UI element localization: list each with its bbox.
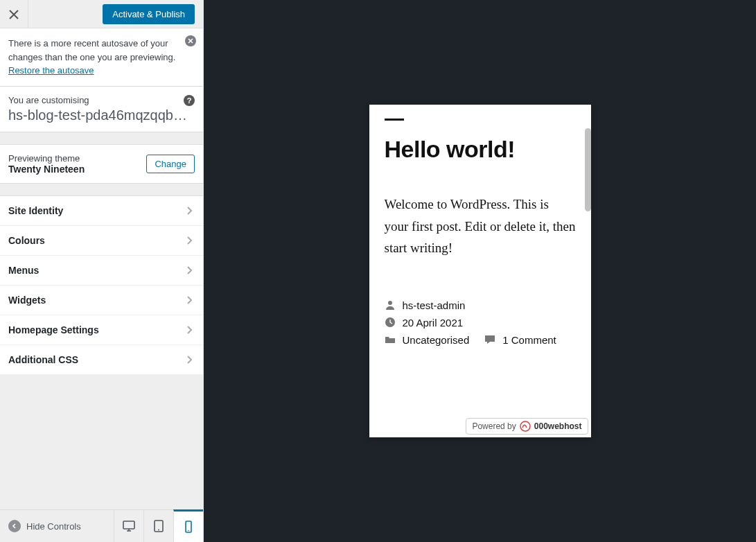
svg-point-7 xyxy=(188,530,189,531)
powered-label: Powered by xyxy=(472,421,516,431)
panel-colours[interactable]: Colours xyxy=(0,226,203,256)
dismiss-notice-button[interactable] xyxy=(185,35,196,51)
panel-widgets[interactable]: Widgets xyxy=(0,286,203,315)
customising-info: ? You are customising hs-blog-test-pda46… xyxy=(0,87,203,132)
theme-name: Twenty Nineteen xyxy=(8,164,85,175)
panel-menus[interactable]: Menus xyxy=(0,256,203,286)
dismiss-icon xyxy=(185,35,196,46)
restore-autosave-link[interactable]: Restore the autosave xyxy=(8,65,94,76)
comments-link[interactable]: 1 Comment xyxy=(502,334,556,346)
device-mobile-button[interactable] xyxy=(173,509,203,542)
device-toggle xyxy=(114,510,203,543)
svg-point-5 xyxy=(158,530,159,531)
panel-label: Additional CSS xyxy=(8,354,78,365)
autosave-notice: There is a more recent autosave of your … xyxy=(0,28,203,87)
clock-icon xyxy=(385,317,396,328)
activate-publish-button[interactable]: Activate & Publish xyxy=(103,4,195,24)
meta-date: 20 April 2021 xyxy=(385,317,576,329)
chevron-right-icon xyxy=(185,236,195,245)
powered-brand: 000webhost xyxy=(534,421,582,431)
scrollbar[interactable] xyxy=(585,128,591,211)
webhost-logo-icon xyxy=(520,421,531,432)
post-meta: hs-test-admin 20 April 2021 Uncategorise… xyxy=(385,299,576,346)
panel-label: Menus xyxy=(8,265,39,276)
site-name: hs-blog-test-pda46mqzqqb4… xyxy=(8,107,195,123)
collapse-icon xyxy=(8,520,21,532)
theme-box: Previewing theme Twenty Nineteen Change xyxy=(0,144,203,184)
customizer-header: Activate & Publish xyxy=(0,0,203,28)
meta-category-comments: Uncategorised 1 Comment xyxy=(385,334,576,346)
panel-list: Site Identity Colours Menus Widgets Home… xyxy=(0,195,203,375)
author-link[interactable]: hs-test-admin xyxy=(403,299,466,311)
folder-icon xyxy=(385,334,396,345)
panel-label: Homepage Settings xyxy=(8,324,99,335)
customizer-footer: Hide Controls xyxy=(0,509,203,542)
date-link[interactable]: 20 April 2021 xyxy=(403,317,464,329)
close-icon xyxy=(9,10,19,19)
preview-area: Hello world! Welcome to WordPress. This … xyxy=(204,0,756,542)
post-title[interactable]: Hello world! xyxy=(385,136,576,163)
panel-homepage-settings[interactable]: Homepage Settings xyxy=(0,315,203,345)
device-desktop-button[interactable] xyxy=(114,510,143,543)
hide-controls-label: Hide Controls xyxy=(26,521,81,532)
svg-rect-3 xyxy=(123,521,134,529)
svg-point-8 xyxy=(388,301,392,305)
post-body: Welcome to WordPress. This is your first… xyxy=(385,193,576,259)
help-button[interactable]: ? xyxy=(184,95,195,108)
chevron-right-icon xyxy=(185,206,195,216)
powered-by-badge[interactable]: Powered by 000webhost xyxy=(466,418,588,435)
panel-site-identity[interactable]: Site Identity xyxy=(0,196,203,226)
mobile-icon xyxy=(182,520,195,534)
category-link[interactable]: Uncategorised xyxy=(403,334,470,346)
tablet-icon xyxy=(152,519,166,533)
panel-label: Site Identity xyxy=(8,205,63,216)
preview-frame[interactable]: Hello world! Welcome to WordPress. This … xyxy=(369,105,591,437)
panel-label: Widgets xyxy=(8,295,46,306)
chevron-right-icon xyxy=(185,265,195,275)
hide-controls-button[interactable]: Hide Controls xyxy=(0,520,114,532)
title-divider xyxy=(385,119,404,121)
person-icon xyxy=(385,299,396,311)
preview-content: Hello world! Welcome to WordPress. This … xyxy=(369,105,591,346)
publish-area: Activate & Publish xyxy=(28,0,203,28)
previewing-theme-label: Previewing theme xyxy=(8,153,85,164)
change-theme-button[interactable]: Change xyxy=(146,155,195,173)
svg-point-10 xyxy=(520,421,530,431)
chevron-right-icon xyxy=(185,295,195,305)
panel-label: Colours xyxy=(8,235,45,246)
close-button[interactable] xyxy=(0,0,28,28)
chevron-right-icon xyxy=(185,325,195,335)
meta-author: hs-test-admin xyxy=(385,299,576,311)
panel-additional-css[interactable]: Additional CSS xyxy=(0,345,203,375)
device-tablet-button[interactable] xyxy=(143,510,173,543)
comment-icon xyxy=(484,334,495,345)
chevron-right-icon xyxy=(185,355,195,365)
svg-text:?: ? xyxy=(187,96,192,105)
notice-text: There is a more recent autosave of your … xyxy=(8,38,175,62)
desktop-icon xyxy=(122,519,136,533)
help-icon: ? xyxy=(184,95,195,106)
customising-label: You are customising xyxy=(8,95,195,105)
